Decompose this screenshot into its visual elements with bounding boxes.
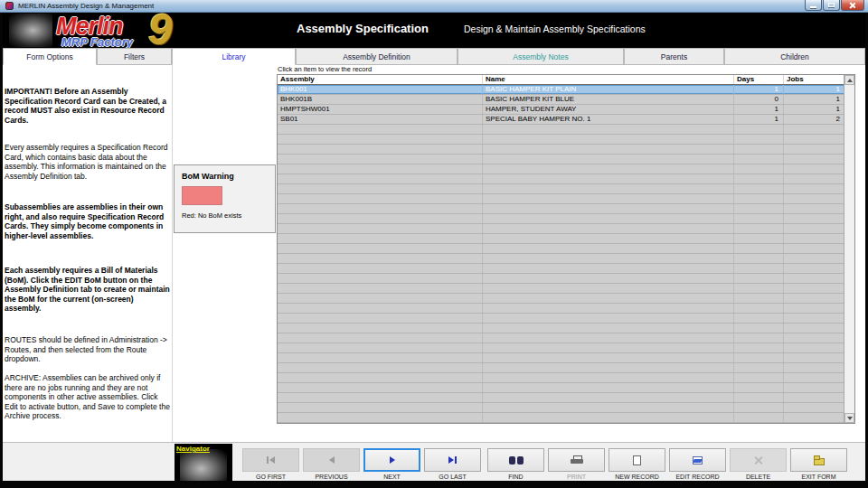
cell [784, 224, 845, 233]
cell: BHK001 [278, 85, 483, 94]
cell [734, 214, 784, 223]
cell [784, 164, 845, 174]
table-row-empty [278, 333, 854, 343]
nav-button-label: GO LAST [424, 474, 481, 480]
table-scrollbar[interactable] [844, 75, 854, 423]
cell: 1 [734, 105, 784, 114]
table-row-empty [278, 403, 854, 413]
window-edge-bottom [0, 481, 868, 488]
cell [278, 234, 483, 243]
scroll-down-button[interactable] [844, 413, 854, 423]
table-row-empty [278, 234, 854, 244]
new-record-icon [633, 455, 641, 465]
cell [784, 145, 845, 154]
cell [784, 403, 845, 412]
cell [483, 383, 734, 392]
tab-row: Form OptionsFiltersLibraryAssembly Defin… [3, 48, 865, 65]
cell [784, 284, 845, 293]
go-first-button[interactable] [242, 448, 299, 472]
cell [734, 294, 784, 303]
cell [278, 184, 483, 193]
maximize-button[interactable] [823, 0, 840, 11]
print-button[interactable] [548, 448, 605, 472]
tab-assembly-definition[interactable]: Assembly Definition [296, 48, 458, 65]
cell [734, 155, 784, 164]
maximize-icon [828, 3, 835, 7]
cell [483, 135, 734, 144]
nav-button-label: GO FIRST [242, 474, 299, 480]
delete-button[interactable] [730, 448, 787, 472]
cell: SPECIAL BABY HAMPER NO. 1 [483, 115, 734, 124]
cell [278, 333, 483, 343]
bom-warning-note: Red: No BoM exists [175, 205, 275, 220]
cell: 2 [784, 115, 845, 124]
cell: 1 [784, 105, 845, 114]
new-record-button[interactable] [609, 448, 665, 472]
cell [278, 244, 483, 253]
column-header-jobs: Jobs [784, 75, 845, 84]
cell [483, 393, 734, 402]
find-icon [509, 456, 524, 465]
tab-children[interactable]: Children [724, 48, 865, 65]
cell [734, 145, 784, 154]
close-button[interactable] [841, 0, 864, 11]
cell [784, 413, 845, 422]
cell: BASIC HAMPER KIT BLUE [483, 95, 734, 104]
table-row[interactable]: SB01SPECIAL BABY HAMPER NO. 112 [278, 115, 854, 125]
cell [278, 314, 483, 323]
exit-form-button[interactable] [790, 448, 847, 472]
cell [734, 174, 784, 183]
tab-assembly-notes[interactable]: Assembly Notes [458, 48, 624, 65]
previous-button[interactable] [303, 448, 360, 472]
tab-parents[interactable]: Parents [624, 48, 724, 65]
cell [483, 174, 734, 183]
table-row[interactable]: HMPTSHW001HAMPER, STUDENT AWAY11 [278, 105, 854, 115]
library-table-header: AssemblyNameDaysJobs [278, 75, 854, 85]
tab-form-options[interactable]: Form Options [3, 48, 97, 65]
cell [784, 135, 845, 144]
table-row[interactable]: BHK001BASIC HAMPER KIT PLAIN11 [278, 85, 854, 95]
go-last-button[interactable] [424, 448, 481, 472]
next-button[interactable] [363, 448, 420, 472]
table-row[interactable]: BHK001BBASIC HAMPER KIT BLUE01 [278, 95, 854, 105]
cell [278, 164, 483, 174]
nav-button-label: EXIT FORM [790, 474, 847, 480]
bom-warning-box: BoM Warning Red: No BoM exists [174, 164, 276, 233]
minimize-button[interactable] [805, 0, 822, 11]
logo-version-9: 9 [148, 5, 173, 54]
cell [784, 174, 845, 183]
edit-record-button[interactable] [669, 448, 726, 472]
navigator-bar: Navigator GO FIRSTPREVIOUSNEXTGO LASTFIN… [3, 442, 865, 481]
table-row-empty [278, 174, 854, 184]
cell [734, 403, 784, 412]
cell [483, 125, 734, 134]
cell [483, 194, 734, 203]
app-icon [5, 2, 14, 10]
cell: 0 [734, 95, 784, 104]
find-button[interactable] [487, 448, 544, 472]
minimize-icon [810, 6, 816, 8]
navigator-label: Navigator [175, 444, 232, 453]
cell [734, 204, 784, 213]
cell [483, 353, 734, 362]
cell [784, 314, 845, 323]
bom-warning-title: BoM Warning [175, 165, 275, 181]
table-row-empty [278, 135, 854, 145]
table-row-empty [278, 204, 854, 214]
cell [483, 403, 734, 412]
cell [784, 393, 845, 402]
bom-warning-swatch [182, 186, 222, 205]
cell [734, 393, 784, 402]
table-row-empty [278, 274, 854, 284]
cell [734, 333, 784, 343]
tab-filters[interactable]: Filters [97, 48, 172, 65]
scroll-up-button[interactable] [844, 75, 854, 85]
window-controls [805, 0, 864, 11]
cell [784, 194, 845, 203]
merlin-wizard-image [9, 14, 52, 47]
cell [734, 324, 784, 333]
tab-library[interactable]: Library [172, 48, 296, 65]
table-row-empty [278, 244, 854, 254]
cell [483, 264, 734, 273]
sidebar-paragraph: Each assembly requires a Bill of Materia… [5, 266, 170, 314]
